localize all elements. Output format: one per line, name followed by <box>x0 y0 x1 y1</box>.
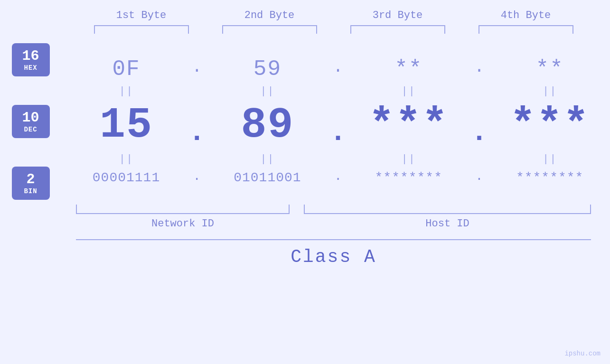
top-bracket-2 <box>222 25 317 34</box>
dot-dec-2: . <box>331 102 345 149</box>
values-grid: 0F . 59 . ** . ** || || || || 15 <box>66 57 610 186</box>
eq2-4: || <box>502 153 597 165</box>
eq1-4: || <box>502 85 597 97</box>
eq2-2: || <box>220 153 315 165</box>
main-container: 1st Byte 2nd Byte 3rd Byte 4th Byte 16 H… <box>0 0 610 364</box>
dot-hex-3: . <box>472 57 486 82</box>
byte-labels-row: 1st Byte 2nd Byte 3rd Byte 4th Byte <box>77 9 590 21</box>
dot-bin-3: . <box>472 169 486 186</box>
hex-val-1: 0F <box>79 57 174 82</box>
eq2-1: || <box>79 153 174 165</box>
top-bracket-4 <box>479 25 573 34</box>
hex-badge: 16 HEX <box>12 43 50 76</box>
badges-column: 16 HEX 10 DEC 2 BIN <box>9 43 52 200</box>
bottom-brackets-container <box>76 205 591 215</box>
byte-label-3: 3rd Byte <box>350 9 445 21</box>
bin-val-1: 00001111 <box>79 170 174 185</box>
hex-val-3: ** <box>361 57 456 82</box>
eq1-3: || <box>361 85 456 97</box>
top-bracket-3 <box>350 25 445 34</box>
eq2-3: || <box>361 153 456 165</box>
dot-hex-1: . <box>190 57 204 82</box>
dot-dec-3: . <box>472 102 486 149</box>
dec-val-4: *** <box>502 101 597 149</box>
dec-val-1: 15 <box>79 101 174 149</box>
bottom-divider <box>76 239 591 240</box>
top-brackets-row <box>77 25 590 34</box>
watermark: ipshu.com <box>564 350 601 357</box>
dec-badge: 10 DEC <box>12 105 50 138</box>
class-label: Class A <box>76 247 591 267</box>
dot-bin-2: . <box>331 169 345 186</box>
dot-dec-1: . <box>190 102 204 149</box>
dec-values-row: 15 . 89 . *** . *** <box>66 101 610 149</box>
eq1-1: || <box>79 85 174 97</box>
main-values-area: 16 HEX 10 DEC 2 BIN 0F . 59 . ** . ** <box>0 43 610 200</box>
host-id-label: Host ID <box>304 218 591 230</box>
hex-val-2: 59 <box>220 57 315 82</box>
bin-val-4: ******** <box>502 170 597 185</box>
dot-bin-1: . <box>190 169 204 186</box>
byte-label-1: 1st Byte <box>94 9 189 21</box>
equals-row-2: || || || || <box>66 150 610 168</box>
class-section: Class A <box>76 239 591 267</box>
dec-val-3: *** <box>361 101 456 149</box>
eq1-2: || <box>220 85 315 97</box>
network-bracket <box>76 205 290 214</box>
spacer <box>290 218 304 230</box>
network-id-label: Network ID <box>76 218 290 230</box>
bin-val-2: 01011001 <box>220 170 315 185</box>
bin-val-3: ******** <box>361 170 456 185</box>
host-bracket <box>304 205 591 214</box>
id-labels-row: Network ID Host ID <box>76 218 591 230</box>
equals-row-1: || || || || <box>66 83 610 100</box>
dot-hex-2: . <box>331 57 345 82</box>
dec-val-2: 89 <box>220 101 315 149</box>
bin-badge: 2 BIN <box>12 167 50 200</box>
hex-values-row: 0F . 59 . ** . ** <box>66 57 610 82</box>
byte-label-2: 2nd Byte <box>222 9 317 21</box>
top-bracket-1 <box>94 25 189 34</box>
hex-val-4: ** <box>502 57 597 82</box>
bin-values-row: 00001111 . 01011001 . ******** . *******… <box>66 169 610 186</box>
byte-label-4: 4th Byte <box>479 9 573 21</box>
